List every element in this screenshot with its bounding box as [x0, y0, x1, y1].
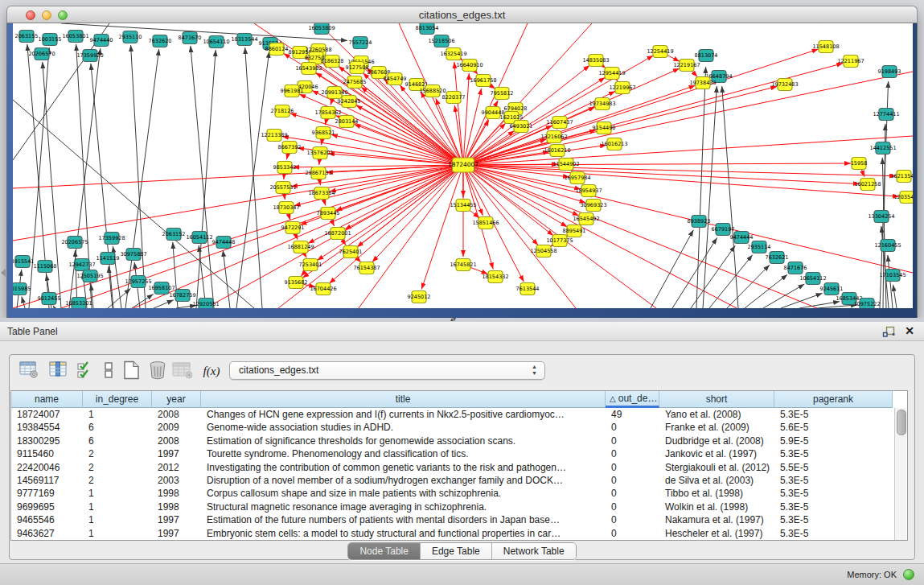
delete-table-icon[interactable]	[147, 360, 170, 381]
graph-edge[interactable]	[651, 230, 693, 308]
graph-edge[interactable]	[236, 51, 269, 308]
graph-edge[interactable]	[696, 67, 706, 308]
graph-edge[interactable]	[125, 49, 159, 308]
table-cell[interactable]: 18300295	[11, 435, 83, 447]
table-cell[interactable]: 22420046	[11, 461, 83, 474]
table-cell[interactable]: 2008	[152, 408, 201, 421]
table-cell[interactable]: 6	[83, 435, 152, 447]
table-cell[interactable]: Changes of HCN gene expression and I(f) …	[201, 408, 606, 421]
table-cell[interactable]: de Silva et al. (2003)	[659, 474, 774, 487]
table-cell[interactable]: 5.3E-5	[774, 501, 893, 513]
table-cell[interactable]: 2008	[152, 435, 201, 447]
tab-node-table[interactable]: Node Table	[348, 543, 421, 559]
table-cell[interactable]: 0	[606, 421, 659, 434]
table-cell[interactable]: 1	[83, 487, 152, 500]
table-cell[interactable]: 2009	[152, 421, 201, 434]
table-cell[interactable]: Disruption of a novel member of a sodium…	[201, 474, 606, 487]
graph-edge[interactable]	[763, 284, 804, 308]
column-header-in-degree[interactable]: in_degree	[83, 391, 152, 408]
graph-edge[interactable]	[22, 297, 25, 308]
table-cell[interactable]: Franke et al. (2009)	[659, 421, 774, 434]
graph-edge[interactable]	[463, 165, 737, 308]
graph-edge[interactable]	[245, 47, 262, 308]
table-row[interactable]: 1938455462009Genome-wide association stu…	[11, 421, 893, 434]
float-window-icon[interactable]	[882, 326, 895, 337]
graph-edge[interactable]	[817, 305, 857, 308]
table-cell[interactable]: Dudbridge et al. (2008)	[659, 435, 774, 447]
column-header-pagerank[interactable]: pagerank	[774, 391, 893, 408]
graph-edge[interactable]	[223, 250, 230, 308]
table-row[interactable]: 969969511998Structural magnetic resonanc…	[11, 501, 893, 513]
table-cell[interactable]: 0	[606, 447, 659, 460]
table-cell[interactable]: 0	[606, 487, 659, 500]
table-row[interactable]: 946362711997Embryonic stem cells: a mode…	[11, 527, 893, 540]
table-cell[interactable]: 1	[83, 501, 152, 513]
graph-edge[interactable]	[191, 46, 214, 308]
table-cell[interactable]: 9465546	[11, 513, 83, 526]
table-cell[interactable]: 1	[83, 527, 152, 540]
graph-edge[interactable]	[709, 255, 753, 308]
table-cell[interactable]: Genome-wide association studies in ADHD.	[201, 421, 606, 434]
new-table-icon[interactable]	[121, 360, 144, 381]
table-cell[interactable]: 1	[83, 408, 152, 421]
table-cell[interactable]: 6	[83, 421, 152, 434]
table-cell[interactable]: 18724007	[11, 408, 83, 421]
graph-edge[interactable]	[463, 136, 913, 165]
table-cell[interactable]: Corpus callosum shape and size in male p…	[201, 487, 606, 500]
table-cell[interactable]: 9777169	[11, 487, 83, 500]
table-cell[interactable]: 1998	[152, 487, 201, 500]
scrollbar-thumb[interactable]	[897, 410, 906, 435]
table-cell[interactable]: 0	[606, 527, 659, 540]
table-cell[interactable]: Nakamura et al. (1997)	[659, 513, 774, 526]
table-cell[interactable]: Stergiakouli et al. (2012)	[659, 461, 774, 474]
graph-edge[interactable]	[53, 306, 55, 308]
table-cell[interactable]: 2012	[152, 461, 201, 474]
table-cell[interactable]: 0	[606, 501, 659, 513]
table-cell[interactable]: 0	[606, 461, 659, 474]
table-cell[interactable]: 0	[606, 474, 659, 487]
graph-edge[interactable]	[781, 293, 823, 308]
table-cell[interactable]: 5.3E-5	[774, 447, 893, 460]
graph-edge[interactable]	[109, 266, 113, 308]
table-cell[interactable]: 9115460	[11, 447, 83, 460]
table-row[interactable]: 1872400712008Changes of HCN gene express…	[11, 408, 893, 421]
table-row[interactable]: 946554611997Estimation of the future num…	[11, 513, 893, 526]
window-titlebar[interactable]: citations_edges.txt	[6, 6, 918, 23]
table-cell[interactable]: Tourette syndrome. Phenomenology and cla…	[201, 447, 606, 460]
graph-edge[interactable]	[463, 165, 896, 176]
graph-edge[interactable]	[154, 300, 174, 308]
table-cell[interactable]: 5.3E-5	[774, 408, 893, 421]
table-row[interactable]: 977716911998Corpus callosum shape and si…	[11, 487, 893, 500]
table-cell[interactable]: Estimation of the future numbers of pati…	[201, 513, 606, 526]
table-select-dropdown[interactable]: citations_edges.txt ▲▼	[229, 361, 545, 380]
graph-edge[interactable]	[893, 285, 897, 308]
table-cell[interactable]: 0	[606, 513, 659, 526]
table-cell[interactable]: 5.3E-5	[774, 527, 893, 540]
table-cell[interactable]: 9699695	[11, 501, 83, 513]
table-cell[interactable]: 1	[83, 513, 152, 526]
table-cell[interactable]: 2	[83, 447, 152, 460]
tab-edge-table[interactable]: Edge Table	[421, 543, 492, 559]
table-cell[interactable]: 19384554	[11, 421, 83, 434]
table-row[interactable]: 1456911722003Disruption of a novel membe…	[11, 474, 893, 487]
table-cell[interactable]: Structural magnetic resonance image aver…	[201, 501, 606, 513]
citation-graph[interactable]: 2063155100315516053801947444029351107632…	[13, 23, 913, 308]
graph-edge[interactable]	[463, 72, 913, 165]
table-cell[interactable]: 5.9E-5	[774, 435, 893, 447]
table-cell[interactable]: Yano et al. (2008)	[659, 408, 774, 421]
table-row[interactable]: 2242004622012Investigating the contribut…	[11, 461, 893, 474]
table-row[interactable]: 911546021997Tourette syndrome. Phenomeno…	[11, 447, 893, 460]
tab-network-table[interactable]: Network Table	[492, 543, 576, 559]
column-header-short[interactable]: short	[659, 391, 774, 408]
column-header-out-de-[interactable]: △out_de…	[606, 391, 659, 408]
table-row[interactable]: 1830029562008Estimation of significance …	[11, 435, 893, 447]
table-cell[interactable]: 5.3E-5	[774, 513, 893, 526]
select-all-icon[interactable]	[76, 360, 98, 381]
table-cell[interactable]: 5.3E-5	[774, 487, 893, 500]
table-cell[interactable]: 1998	[152, 501, 201, 513]
table-cell[interactable]: 9463627	[11, 527, 83, 540]
network-canvas[interactable]: 2063155100315516053801947444029351107632…	[13, 23, 913, 308]
table-settings-icon[interactable]	[19, 360, 42, 381]
function-builder-button[interactable]: f(x)	[198, 360, 225, 381]
graph-edge[interactable]	[745, 274, 787, 308]
